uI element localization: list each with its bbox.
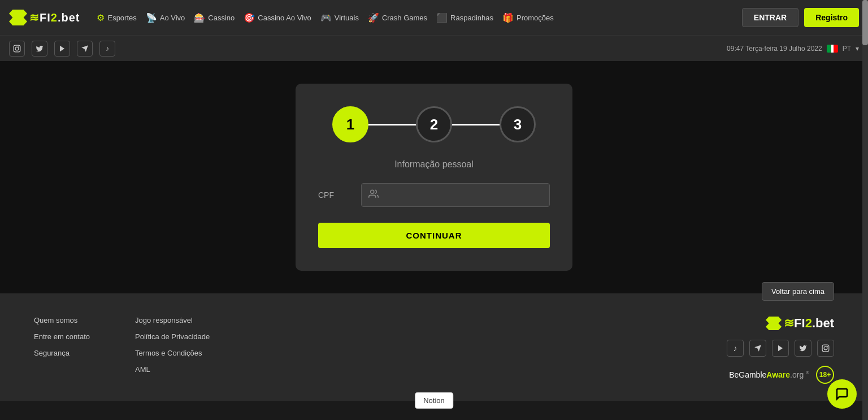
twitter-icon[interactable] [32, 41, 47, 57]
scrollbar-thumb[interactable] [862, 0, 868, 45]
svg-point-1 [15, 47, 19, 50]
crashgames-icon: 🚀 [368, 12, 379, 23]
notion-badge[interactable]: Notion [415, 392, 453, 401]
logo-icon [9, 10, 27, 25]
footer-twitter-icon[interactable] [795, 340, 811, 357]
step-1: 1 [332, 106, 368, 142]
footer-link-privacidade[interactable]: Política de Privacidade [135, 332, 210, 341]
footer-link-termos[interactable]: Termos e Condições [135, 349, 210, 357]
footer-right: ≋FI2.bet ♪ BeGambleAware.org ® [727, 316, 834, 384]
step-3: 3 [500, 106, 536, 142]
social-bar: ♪ 09:47 Terça-feira 19 Julho 2022 PT ▾ [0, 35, 868, 61]
scrollbar[interactable] [862, 0, 868, 401]
instagram-icon[interactable] [9, 41, 25, 57]
footer-logo: ≋FI2.bet [766, 316, 834, 331]
footer-link-entre-em-contato[interactable]: Entre em contato [34, 332, 90, 341]
footer-link-seguranca[interactable]: Segurança [34, 349, 90, 357]
footer-link-jogo-responsavel[interactable]: Jogo responsável [135, 316, 210, 324]
nav-promocoes[interactable]: 🎁 Promoções [498, 10, 558, 25]
telegram-icon[interactable] [77, 41, 93, 57]
entrar-button[interactable]: ENTRAR [742, 8, 798, 27]
cpf-input-wrapper[interactable] [361, 183, 550, 207]
main-nav: ⚙ Esportes 📡 Ao Vivo 🎰 Cassino 🎯 Cassino… [92, 10, 558, 25]
voltar-topo-button[interactable]: Voltar para cima [762, 282, 834, 301]
svg-marker-3 [60, 45, 64, 51]
footer-instagram-icon[interactable] [817, 340, 834, 357]
footer-tiktok-icon[interactable]: ♪ [727, 340, 744, 357]
svg-point-7 [824, 347, 827, 350]
registro-button[interactable]: Registro [804, 8, 859, 27]
footer-youtube-icon[interactable] [772, 340, 789, 357]
raspadinhas-icon: ⬛ [436, 12, 448, 23]
age-badge: 18+ [816, 366, 834, 384]
lang-dropdown-icon[interactable]: ▾ [856, 45, 859, 53]
footer-col-2: Jogo responsável Política de Privacidade… [135, 316, 210, 384]
cassino-aovivo-icon: 🎯 [244, 12, 255, 23]
step-line-1 [367, 124, 418, 125]
footer-col-1: Quem somos Entre em contato Segurança [34, 316, 90, 384]
register-card: 1 2 3 Informação pessoal CPF CONTINUAR [296, 84, 572, 271]
datetime-display: 09:47 Terça-feira 19 Julho 2022 PT ▾ [727, 45, 859, 53]
steps-indicator: 1 2 3 [318, 106, 550, 142]
cassino-icon: 🎰 [194, 12, 205, 23]
esportes-icon: ⚙ [97, 12, 105, 23]
footer-telegram-icon[interactable] [749, 340, 766, 357]
header-buttons: ENTRAR Registro [742, 8, 859, 27]
cpf-input[interactable] [383, 190, 542, 200]
section-title: Informação pessoal [318, 159, 550, 170]
cpf-label: CPF [318, 190, 352, 200]
cpf-form-row: CPF [318, 183, 550, 207]
footer-social-icons: ♪ [727, 340, 834, 357]
continuar-button[interactable]: CONTINUAR [318, 223, 550, 248]
footer-logo-text: ≋FI2.bet [784, 316, 834, 331]
nav-crash-games[interactable]: 🚀 Crash Games [363, 10, 432, 25]
nav-ao-vivo[interactable]: 📡 Ao Vivo [141, 10, 190, 25]
footer-link-quem-somos[interactable]: Quem somos [34, 316, 90, 324]
nav-raspadinhas[interactable]: ⬛ Raspadinhas [432, 10, 498, 25]
youtube-icon[interactable] [54, 41, 70, 57]
svg-marker-5 [778, 345, 783, 352]
svg-rect-0 [14, 45, 20, 52]
virtuais-icon: 🎮 [320, 12, 332, 23]
footer: Voltar para cima Quem somos Entre em con… [0, 293, 868, 401]
step-line-2 [450, 124, 501, 125]
footer-badges: BeGambleAware.org ® 18+ [729, 366, 834, 384]
svg-point-4 [371, 190, 374, 193]
tiktok-icon[interactable]: ♪ [99, 41, 115, 57]
footer-logo-icon [766, 317, 782, 330]
nav-cassino[interactable]: 🎰 Cassino [189, 10, 239, 25]
step-2: 2 [416, 106, 452, 142]
nav-cassino-ao-vivo[interactable]: 🎯 Cassino Ao Vivo [239, 10, 315, 25]
logo-text: ≋FI2.bet [29, 11, 80, 24]
footer-link-aml[interactable]: AML [135, 365, 210, 374]
svg-point-8 [827, 346, 828, 347]
logo[interactable]: ≋FI2.bet [9, 10, 80, 25]
svg-rect-6 [822, 345, 829, 352]
cpf-input-icon [368, 189, 379, 202]
main-content: 1 2 3 Informação pessoal CPF CONTINUAR [0, 61, 868, 293]
header: ≋FI2.bet ⚙ Esportes 📡 Ao Vivo 🎰 Cassino … [0, 0, 868, 35]
promocoes-icon: 🎁 [502, 12, 514, 23]
begamble-text: BeGambleAware.org ® [729, 370, 809, 379]
flag-pt [827, 45, 838, 53]
nav-virtuais[interactable]: 🎮 Virtuais [316, 10, 363, 25]
aovivo-icon: 📡 [146, 12, 157, 23]
svg-point-2 [18, 46, 19, 47]
nav-esportes[interactable]: ⚙ Esportes [92, 10, 141, 25]
